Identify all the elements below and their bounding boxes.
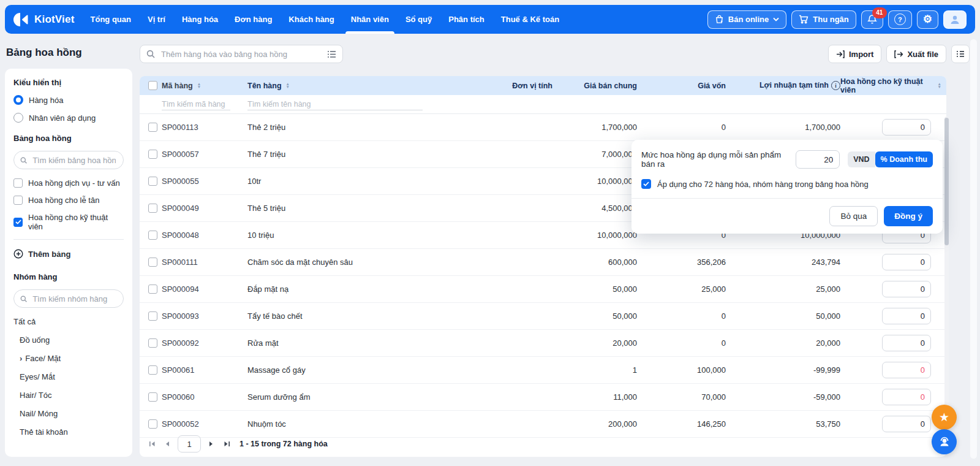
rate-input[interactable]: [796, 150, 840, 169]
cashier-button[interactable]: Thu ngân: [791, 10, 856, 29]
commission-input[interactable]: 0: [882, 335, 931, 351]
product-name: Nhuộm tóc: [247, 419, 468, 429]
display-type-radio[interactable]: Hàng hóa: [13, 95, 124, 105]
row-checkbox[interactable]: [148, 258, 157, 267]
nav-item[interactable]: Tổng quan: [91, 5, 131, 34]
commission-table: Mã hàng▲▼ Tên hàng▲▼ Đơn vị tính Giá bán…: [140, 76, 946, 457]
unit-vnd-option[interactable]: VND: [848, 151, 875, 167]
list-icon[interactable]: [327, 50, 336, 58]
product-price: 50,000: [552, 311, 637, 321]
rewards-fab-button[interactable]: ★: [932, 405, 957, 430]
sort-icon[interactable]: ▲▼: [938, 83, 941, 88]
column-header-commission[interactable]: Hoa hồng cho kỹ thuật viên▲▼: [840, 77, 946, 94]
commission-table-checkbox[interactable]: Hoa hồng cho lễ tân: [13, 196, 124, 205]
current-page[interactable]: 1: [178, 435, 201, 453]
nav-item[interactable]: Thuế & Kế toán: [501, 5, 559, 34]
commission-input[interactable]: 0: [882, 389, 931, 405]
row-checkbox[interactable]: [148, 177, 157, 186]
table-scrollbar[interactable]: [944, 116, 949, 453]
import-button[interactable]: Import: [828, 45, 881, 63]
row-checkbox[interactable]: [148, 204, 157, 213]
row-checkbox[interactable]: [148, 231, 157, 240]
help-button[interactable]: ?: [888, 10, 912, 29]
nav-item[interactable]: Phân tích: [448, 5, 484, 34]
product-cost: 0: [637, 311, 726, 321]
confirm-button[interactable]: Đồng ý: [884, 206, 933, 226]
product-group-item[interactable]: Nail/ Móng: [13, 409, 124, 418]
filter-name-input[interactable]: [247, 99, 423, 110]
nav-item-label: Hàng hóa: [182, 15, 218, 24]
row-checkbox[interactable]: [148, 285, 157, 294]
table-row[interactable]: SP00061 Massage cổ gáy 1 100,000 -99,999…: [140, 357, 946, 384]
nav-item[interactable]: Nhân viên: [351, 5, 389, 34]
row-checkbox[interactable]: [148, 365, 157, 375]
product-cost: 100,000: [637, 365, 726, 375]
product-name: 10 triệu: [247, 231, 468, 240]
row-checkbox[interactable]: [148, 338, 157, 348]
nav-item[interactable]: Khách hàng: [288, 5, 334, 34]
column-settings-button[interactable]: [951, 45, 970, 63]
settings-button[interactable]: ⚙: [917, 10, 938, 29]
product-group-item[interactable]: Hair/ Tóc: [13, 391, 124, 400]
product-group-item[interactable]: Tất cả: [13, 317, 124, 326]
commission-input[interactable]: 0: [882, 281, 931, 297]
product-group-item[interactable]: Đồ uống: [13, 335, 124, 345]
row-checkbox[interactable]: [148, 419, 157, 429]
nav-item[interactable]: Đơn hàng: [235, 5, 272, 34]
export-button[interactable]: Xuất file: [886, 45, 946, 63]
nav-item[interactable]: Sổ quỹ: [405, 5, 432, 34]
product-group-item[interactable]: Eyes/ Mắt: [13, 372, 124, 381]
commission-table-search: [13, 151, 124, 169]
next-page-button[interactable]: [206, 439, 216, 449]
notifications-button[interactable]: 41: [861, 10, 883, 29]
pagination: 1 1 - 15 trong 72 hàng hóa: [147, 435, 328, 453]
column-header-code[interactable]: Mã hàng▲▼: [162, 82, 201, 90]
commission-table-checkbox[interactable]: Hoa hồng dịch vụ - tư vấn: [13, 178, 124, 188]
avatar-button[interactable]: [943, 10, 967, 29]
table-row[interactable]: SP000092 Rửa mặt 20,000 0 20,000 0: [140, 330, 946, 357]
row-checkbox[interactable]: [148, 123, 157, 132]
table-row[interactable]: SP000111 Chăm sóc da mặt chuyên sâu 600,…: [140, 249, 946, 276]
table-row[interactable]: SP000052 Nhuộm tóc 200,000 146,250 53,75…: [140, 411, 946, 438]
scrollbar-thumb[interactable]: [944, 118, 949, 245]
row-checkbox[interactable]: [148, 150, 157, 159]
product-group-item[interactable]: Thẻ tài khoản: [13, 427, 124, 437]
commission-table-options: Hoa hồng dịch vụ - tư vấn Hoa hồng cho l…: [13, 178, 124, 231]
commission-input[interactable]: 0: [882, 254, 931, 270]
table-row[interactable]: SP000094 Đắp mặt nạ 50,000 25,000 25,000…: [140, 276, 946, 303]
info-icon[interactable]: i: [831, 81, 840, 90]
table-row[interactable]: SP000113 Thẻ 2 triệu 1,700,000 0 1,700,0…: [140, 114, 946, 141]
sort-icon[interactable]: ▲▼: [197, 83, 201, 88]
commission-input[interactable]: 0: [882, 362, 931, 378]
commission-input[interactable]: 0: [882, 119, 931, 136]
last-page-button[interactable]: [222, 439, 232, 449]
brand-logo[interactable]: KiotViet: [13, 5, 75, 34]
support-fab-button[interactable]: [932, 429, 957, 454]
nav-item[interactable]: Hàng hóa: [182, 5, 218, 34]
unit-percent-option[interactable]: % Doanh thu: [875, 151, 933, 167]
commission-table-checkbox[interactable]: Hoa hồng cho kỹ thuật viên: [13, 213, 124, 231]
add-table-button[interactable]: Thêm bảng: [13, 249, 124, 259]
commission-input[interactable]: 0: [882, 416, 931, 432]
check-icon: [15, 220, 21, 224]
commission-input[interactable]: 0: [882, 308, 931, 324]
apply-checkbox[interactable]: [641, 179, 651, 189]
product-group-search-input[interactable]: [31, 294, 117, 304]
table-row[interactable]: SP00060 Serum dưỡng ẩm 11,000 70,000 -59…: [140, 384, 946, 411]
cancel-button[interactable]: Bỏ qua: [829, 206, 878, 226]
row-checkbox[interactable]: [148, 392, 157, 402]
row-checkbox[interactable]: [148, 311, 157, 321]
commission-table-search-input[interactable]: [31, 155, 117, 166]
nav-item[interactable]: Vị trí: [148, 5, 165, 34]
column-header-name[interactable]: Tên hàng▲▼: [247, 82, 290, 90]
sell-online-button[interactable]: Bán online: [707, 10, 786, 29]
sort-icon[interactable]: ▲▼: [286, 83, 290, 88]
select-all-checkbox[interactable]: [148, 81, 157, 90]
product-group-item[interactable]: › Face/ Mặt: [13, 354, 124, 363]
filter-code-input[interactable]: [162, 99, 230, 110]
first-page-button[interactable]: [147, 439, 157, 449]
prev-page-button[interactable]: [162, 439, 172, 449]
add-product-search-input[interactable]: [160, 49, 322, 59]
table-row[interactable]: SP000093 Tẩy tế bào chết 50,000 0 50,000…: [140, 303, 946, 330]
display-type-radio[interactable]: Nhân viên áp dụng: [13, 113, 124, 123]
